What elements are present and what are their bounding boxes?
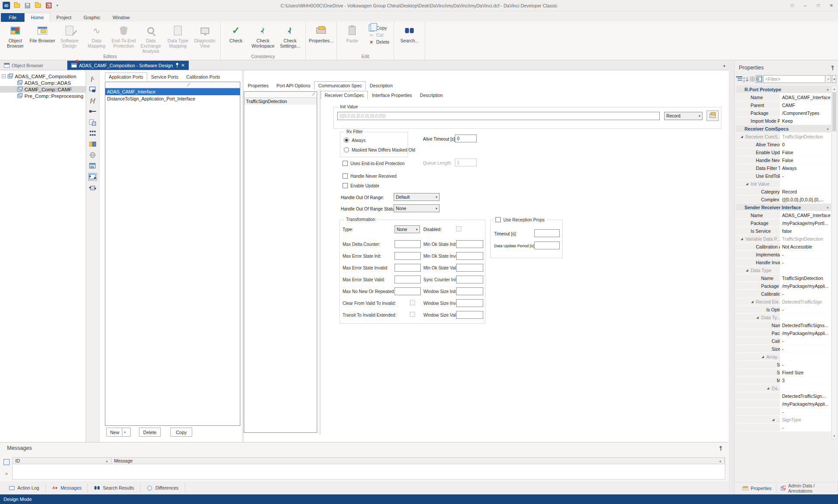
object-browser-button[interactable]: Object Browser <box>2 23 29 52</box>
use-reception-props-checkbox[interactable]: Use Reception Props <box>494 217 546 222</box>
property-value[interactable]: /ComponentTypes <box>780 109 831 117</box>
tree-item[interactable]: − ADAS_CAMF_Composition <box>0 73 86 79</box>
property-row[interactable]: Use EndToEn... - ▲ <box>736 172 831 180</box>
property-row[interactable]: Is Service false ▲ <box>736 227 831 235</box>
sort-az-icon[interactable]: AZ <box>743 75 749 83</box>
property-value[interactable]: Always <box>780 164 831 172</box>
property-value[interactable]: TrafficSignDetection <box>780 235 831 242</box>
save-table-icon[interactable] <box>88 86 97 93</box>
property-value[interactable] <box>780 353 831 360</box>
port-category-tab[interactable]: Application Ports <box>105 72 147 81</box>
property-value[interactable]: 0 <box>780 141 831 148</box>
new-dropdown-icon[interactable]: ▾ <box>122 428 128 436</box>
mapping-colored-icon[interactable] <box>88 140 97 148</box>
transformation-input[interactable] <box>395 240 421 248</box>
port-list-item[interactable]: DistanceToSign_Application_Port_Interfac… <box>105 95 240 102</box>
property-row[interactable]: Si... Fixed Size ▲ <box>736 369 831 376</box>
expander-icon[interactable]: ◢ <box>767 384 772 392</box>
tree-item[interactable]: ADAS_Comp::ADAS <box>0 79 86 86</box>
expand-gutter-icon[interactable]: » <box>5 471 8 476</box>
port-list-item[interactable]: ADAS_CAMF_Interface <box>105 88 240 95</box>
property-value[interactable]: - <box>780 408 831 415</box>
ribbon-tab[interactable]: Window <box>107 13 136 22</box>
property-row[interactable]: Pack... /myPackage/myAppli... ▲ <box>736 329 831 337</box>
property-value[interactable]: - <box>780 361 831 368</box>
property-value[interactable]: 3 <box>780 376 831 384</box>
expander-icon[interactable]: ◢ <box>746 266 751 274</box>
messages-list[interactable] <box>12 464 725 480</box>
scroll-up-icon[interactable]: ▲ <box>832 86 837 92</box>
property-row[interactable]: ... /myPackage/myAppli... ▲ <box>736 400 831 408</box>
property-value[interactable]: TrafficSignDetection <box>780 274 831 282</box>
property-row[interactable]: Enable Update False ▲ <box>736 148 831 156</box>
property-row[interactable]: R-Port Prototype ▲ <box>736 86 831 93</box>
transformation-input[interactable] <box>456 252 483 260</box>
properties-scrollbar[interactable]: ▲ ▼ <box>831 86 837 439</box>
spec-tab[interactable]: Communication Spec <box>314 81 366 90</box>
expander-icon[interactable]: ◢ <box>746 180 751 187</box>
property-value[interactable]: ADAS_CAMF_Interface <box>780 211 831 219</box>
expander-icon[interactable]: ◢ <box>751 298 756 305</box>
property-value[interactable]: - <box>780 345 831 352</box>
property-row[interactable]: Si... - ▲ <box>736 361 831 369</box>
property-value[interactable] <box>780 314 831 321</box>
transformation-input[interactable] <box>456 299 483 307</box>
search-button[interactable]: Search... <box>396 23 423 52</box>
collapse-section-icon[interactable]: ▲ <box>826 86 829 93</box>
filter-search-icon[interactable]: ⌕ <box>826 75 831 83</box>
property-row[interactable]: ... - ▲ <box>736 408 831 416</box>
copy-port-button[interactable]: Copy <box>170 428 192 437</box>
property-value[interactable]: Not Accessible <box>780 243 831 250</box>
property-value[interactable]: Keep <box>780 117 831 124</box>
transformation-input[interactable] <box>395 276 421 283</box>
property-row[interactable]: Size ... - ▲ <box>736 345 831 353</box>
reload-icon[interactable]: ↻ <box>45 2 52 9</box>
expander-icon[interactable]: ◢ <box>772 416 777 423</box>
property-value[interactable]: - <box>780 424 831 431</box>
property-value[interactable]: /myPackage/myAppli... <box>780 282 831 290</box>
property-value[interactable]: - <box>780 259 831 266</box>
expander-icon[interactable]: ◢ <box>741 235 745 242</box>
property-value[interactable] <box>780 180 831 187</box>
spec-tab[interactable]: Properties <box>244 81 273 90</box>
property-row[interactable]: Receiver ComSpecs ▲ <box>736 125 831 133</box>
property-value[interactable]: false <box>780 227 831 235</box>
property-row[interactable]: Import Mode Pr... Keep ▲ <box>736 117 831 125</box>
tab-differences[interactable]: Differences <box>141 483 185 493</box>
check-button[interactable]: ✓ Check <box>222 23 249 52</box>
maximize-button[interactable]: □ <box>812 0 825 11</box>
transformation-input[interactable] <box>456 287 483 295</box>
tab-search-results[interactable]: Search Results <box>88 483 140 493</box>
property-row[interactable]: Parent CAMF ▲ <box>736 101 831 109</box>
property-row[interactable]: Handle Invalid - ▲ <box>736 259 831 266</box>
property-row[interactable]: ◢Variable Data P... TrafficSignDetection… <box>736 235 831 243</box>
column-header-id[interactable]: ID▲ <box>13 458 111 464</box>
tab-admin-data-annotations[interactable]: Admin Data / Annotations <box>776 481 838 495</box>
rx-filter-masked-radio[interactable]: Masked New Differs Masked Old <box>344 147 415 152</box>
property-value[interactable]: False <box>780 156 831 164</box>
property-value[interactable]: /myPackage/myPortI... <box>780 219 831 227</box>
export-messages-icon[interactable] <box>3 459 10 465</box>
port-category-tab[interactable]: Service Ports <box>147 72 182 81</box>
spec-tab[interactable]: Description <box>366 81 397 90</box>
element-list-item[interactable]: TrafficSignDetection <box>244 98 317 105</box>
property-value[interactable]: TrafficSignDetection <box>780 133 831 140</box>
property-row[interactable]: Calibration A... Not Accessible ▲ <box>736 243 831 251</box>
transformation-input[interactable] <box>456 240 483 248</box>
property-value[interactable]: SignType <box>780 416 831 423</box>
property-row[interactable]: ◢... SignType ▲ <box>736 416 831 424</box>
expander-icon[interactable]: ◢ <box>741 133 745 140</box>
new-button[interactable]: New▾ <box>106 428 131 437</box>
tab-messages[interactable]: A● Messages <box>46 483 88 493</box>
tree-expander-icon[interactable]: − <box>2 74 6 78</box>
tab-software-design-active[interactable]: ✱ ADAS_CAMF_Composition - Software Desig… <box>67 61 189 70</box>
ribbon-tab[interactable]: Project <box>50 13 77 22</box>
property-value[interactable]: ADAS_CAMF_Interface <box>780 93 831 101</box>
open-file-icon[interactable] <box>14 2 21 9</box>
tab-list-dropdown-icon[interactable]: ▾ <box>723 64 729 70</box>
property-value[interactable] <box>780 266 831 274</box>
transformation-input[interactable] <box>395 264 421 272</box>
ribbon-tab[interactable]: File <box>1 13 24 22</box>
categorized-view-icon[interactable] <box>736 75 742 83</box>
property-row[interactable]: Alive Timeout 0 ▲ <box>736 141 831 148</box>
